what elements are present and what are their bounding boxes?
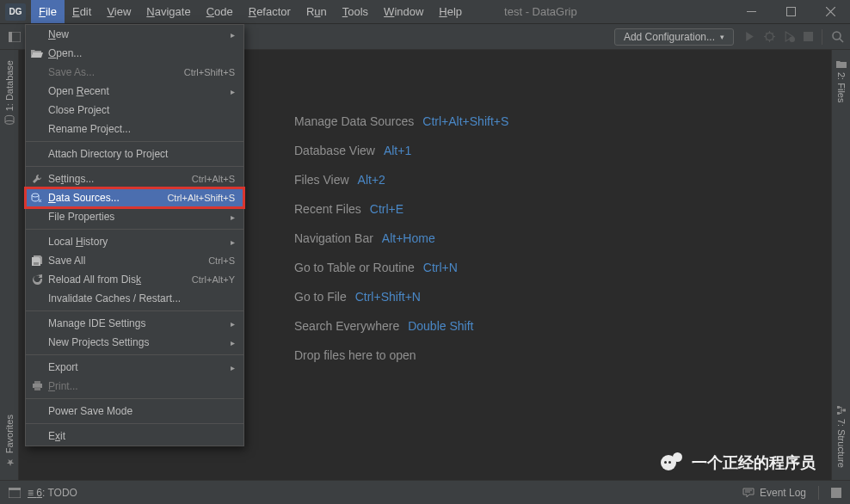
right-tool-strip: 2: Files 7: Structure xyxy=(831,50,850,480)
submenu-arrow-icon: ▸ xyxy=(231,319,235,329)
event-log-button[interactable]: Event Log xyxy=(742,487,806,499)
svg-point-11 xyxy=(32,194,39,197)
submenu-arrow-icon: ▸ xyxy=(231,237,235,247)
menu-view[interactable]: View xyxy=(99,0,139,23)
chevron-down-icon: ▾ xyxy=(720,33,724,41)
menu-separator xyxy=(26,310,243,311)
window-controls xyxy=(731,0,850,23)
left-tab-favorites[interactable]: ★ Favorites xyxy=(2,409,16,473)
svg-rect-0 xyxy=(786,8,795,16)
hint-row: Go to Table or RoutineCtrl+N xyxy=(294,261,724,274)
menu-separator xyxy=(26,423,243,424)
menu-tools[interactable]: Tools xyxy=(335,0,376,23)
window-close[interactable] xyxy=(810,0,850,23)
menu-refactor[interactable]: Refactor xyxy=(241,0,299,23)
separator xyxy=(818,486,819,500)
menu-navigate[interactable]: Navigate xyxy=(139,0,198,23)
svg-rect-13 xyxy=(34,381,40,384)
database-icon xyxy=(4,114,15,125)
right-tab-structure[interactable]: 7: Structure xyxy=(835,400,848,473)
menu-new[interactable]: New▸ xyxy=(26,25,243,44)
menu-data-sources[interactable]: Data Sources...Ctrl+Alt+Shift+S xyxy=(26,188,243,207)
menu-new-projects-settings[interactable]: New Projects Settings▸ xyxy=(26,333,243,352)
svg-rect-17 xyxy=(9,488,21,490)
status-bar: ≡ 6: TODO Event Log xyxy=(0,480,850,504)
menu-close-project[interactable]: Close Project xyxy=(26,101,243,120)
menu-power-save[interactable]: Power Save Mode xyxy=(26,402,243,421)
tool-window-quick-access-icon[interactable] xyxy=(9,488,21,498)
add-configuration-button[interactable]: Add Configuration... ▾ xyxy=(614,28,734,46)
menu-rename-project[interactable]: Rename Project... xyxy=(26,120,243,138)
menu-manage-ide-settings[interactable]: Manage IDE Settings▸ xyxy=(26,314,243,333)
app-logo: DG xyxy=(5,3,26,21)
menu-invalidate-caches[interactable]: Invalidate Caches / Restart... xyxy=(26,289,243,308)
menu-bar: File Edit View Navigate Code Refactor Ru… xyxy=(31,0,470,23)
ide-status-icon[interactable] xyxy=(831,488,841,498)
submenu-arrow-icon: ▸ xyxy=(231,87,235,96)
search-everywhere-icon[interactable] xyxy=(831,30,845,44)
submenu-arrow-icon: ▸ xyxy=(231,30,235,40)
menu-open-recent[interactable]: Open Recent▸ xyxy=(26,82,243,101)
window-maximize[interactable] xyxy=(771,0,810,23)
svg-point-6 xyxy=(833,32,841,40)
menu-export[interactable]: Export▸ xyxy=(26,358,243,377)
file-menu-dropdown: New▸ Open... Save As...Ctrl+Shift+S Open… xyxy=(25,24,244,446)
print-icon xyxy=(30,381,44,391)
menu-settings[interactable]: Settings...Ctrl+Alt+S xyxy=(26,169,243,188)
menu-save-as: Save As...Ctrl+Shift+S xyxy=(26,63,243,82)
folder-icon xyxy=(836,60,847,69)
left-tool-strip: 1: Database ★ Favorites xyxy=(0,50,19,480)
menu-help[interactable]: Help xyxy=(431,0,470,23)
menu-open[interactable]: Open... xyxy=(26,44,243,63)
svg-rect-15 xyxy=(34,387,40,390)
menu-attach-directory[interactable]: Attach Directory to Project xyxy=(26,144,243,163)
project-view-icon[interactable] xyxy=(5,32,24,42)
run-icon[interactable] xyxy=(744,31,755,42)
menu-reload-from-disk[interactable]: Reload All from DiskCtrl+Alt+Y xyxy=(26,270,243,289)
menu-run[interactable]: Run xyxy=(299,0,335,23)
svg-rect-8 xyxy=(837,406,840,409)
menu-separator xyxy=(26,166,243,167)
event-log-icon xyxy=(742,488,755,498)
hint-row: Files ViewAlt+2 xyxy=(294,173,724,187)
todo-tab[interactable]: ≡ 6: TODO xyxy=(28,487,77,499)
svg-rect-18 xyxy=(831,488,841,498)
svg-rect-12 xyxy=(34,262,39,265)
svg-rect-2 xyxy=(9,32,12,42)
menu-edit[interactable]: Edit xyxy=(65,0,99,23)
hint-row: Recent FilesCtrl+E xyxy=(294,202,724,216)
svg-rect-10 xyxy=(843,409,846,412)
menu-separator xyxy=(26,141,243,142)
menu-separator xyxy=(26,398,243,399)
debug-icon[interactable] xyxy=(764,31,775,42)
menu-separator xyxy=(26,354,243,355)
title-bar: DG File Edit View Navigate Code Refactor… xyxy=(0,0,850,24)
hint-row: Navigation BarAlt+Home xyxy=(294,231,724,245)
structure-icon xyxy=(836,405,847,415)
window-minimize[interactable] xyxy=(731,0,771,23)
folder-open-icon xyxy=(30,49,44,58)
stop-icon[interactable] xyxy=(804,32,813,41)
menu-separator xyxy=(26,229,243,230)
left-tab-database[interactable]: 1: Database xyxy=(3,55,16,130)
menu-window[interactable]: Window xyxy=(376,0,431,23)
menu-file[interactable]: File xyxy=(31,0,65,23)
datasource-icon xyxy=(30,193,44,203)
hint-row: Go to FileCtrl+Shift+N xyxy=(294,290,724,304)
window-title: test - DataGrip xyxy=(470,5,731,18)
welcome-hints: Manage Data SourcesCtrl+Alt+Shift+S Data… xyxy=(294,114,724,378)
menu-code[interactable]: Code xyxy=(199,0,241,23)
right-tab-files[interactable]: 2: Files xyxy=(835,55,848,108)
menu-exit[interactable]: Exit xyxy=(26,427,243,446)
star-icon: ★ xyxy=(3,457,15,468)
svg-point-4 xyxy=(790,37,796,43)
reload-icon xyxy=(30,274,44,286)
menu-file-properties[interactable]: File Properties▸ xyxy=(26,207,243,226)
svg-rect-9 xyxy=(837,412,840,415)
menu-local-history[interactable]: Local History▸ xyxy=(26,232,243,251)
menu-save-all[interactable]: Save AllCtrl+S xyxy=(26,251,243,270)
run-with-coverage-icon[interactable] xyxy=(784,31,795,42)
add-configuration-label: Add Configuration... xyxy=(624,31,715,43)
svg-rect-5 xyxy=(804,32,813,41)
save-all-icon xyxy=(30,255,44,267)
